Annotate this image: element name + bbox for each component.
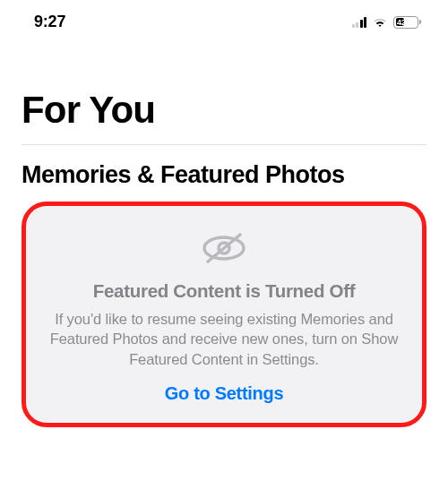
wifi-icon: [372, 16, 388, 29]
battery-percentage: 42: [397, 18, 406, 27]
battery-icon: 42: [393, 16, 421, 29]
featured-content-off-card: Featured Content is Turned Off If you'd …: [27, 207, 421, 422]
callout-title: Featured Content is Turned Off: [47, 280, 401, 302]
divider: [22, 144, 426, 145]
cellular-signal-icon: [352, 17, 367, 28]
annotation-highlight: Featured Content is Turned Off If you'd …: [22, 202, 426, 427]
callout-message: If you'd like to resume seeing existing …: [47, 309, 401, 369]
go-to-settings-link[interactable]: Go to Settings: [47, 383, 401, 404]
section-title: Memories & Featured Photos: [22, 161, 426, 189]
eye-off-icon: [201, 232, 247, 268]
status-icons: 42: [352, 16, 422, 29]
status-bar: 9:27 42: [0, 0, 448, 39]
page-title: For You: [22, 89, 426, 132]
status-time: 9:27: [34, 13, 65, 31]
